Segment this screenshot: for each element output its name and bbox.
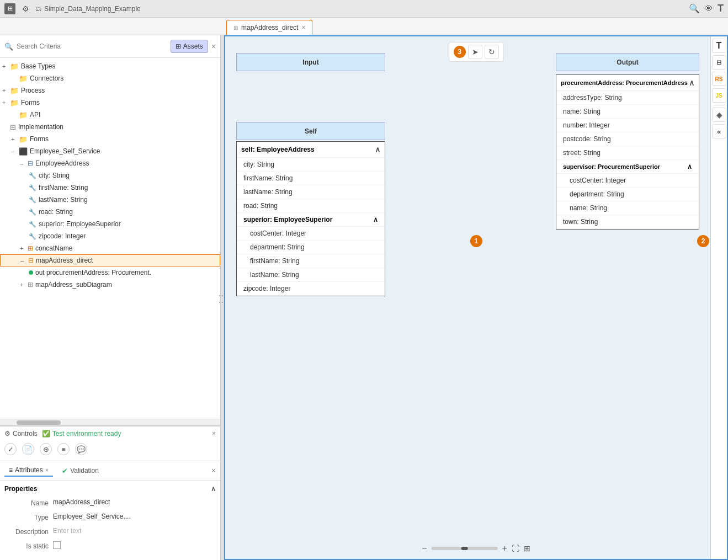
badge-3[interactable]: 3 xyxy=(454,46,466,58)
tab-icon: ⊞ xyxy=(233,25,238,31)
tree-item-city[interactable]: 🔧 city: String xyxy=(0,169,220,182)
tree-label-lastname: lastName: String xyxy=(39,196,88,204)
breadcrumb: 🗂 Simple_Data_Mapping_Example xyxy=(35,5,141,13)
tree-label-process: Process xyxy=(21,87,45,94)
app-icon[interactable]: ⊞ xyxy=(4,3,15,14)
tree-toggle-map-direct[interactable]: – xyxy=(20,257,27,264)
tree-item-out-procurement[interactable]: out procurementAddress: Procurement. xyxy=(0,266,220,279)
tab-validation[interactable]: ✔ Validation xyxy=(57,465,103,477)
output-field-town: town: String xyxy=(556,215,699,229)
canvas-bottom-scroll: − + ⛶ ⊞ xyxy=(422,543,530,553)
tab-map-address[interactable]: ⊞ mapAddress_direct × xyxy=(226,20,312,35)
tree-item-superior[interactable]: 🔧 superior: EmployeeSuperior xyxy=(0,218,220,230)
wrench-icon-zipcode: 🔧 xyxy=(29,233,36,240)
output-field-number: number: Integer xyxy=(556,119,699,132)
controls-label: Controls xyxy=(13,430,38,438)
tree-toggle-ess[interactable]: – xyxy=(11,148,18,154)
rt-plugin-btn[interactable]: ◈ xyxy=(712,108,726,122)
tree-toggle-map-sub[interactable]: + xyxy=(20,281,26,288)
prop-static-checkbox[interactable] xyxy=(53,541,61,549)
settings-icon[interactable]: ⚙ xyxy=(20,3,31,14)
self-sub-collapse-btn[interactable]: ∧ xyxy=(373,216,378,223)
output-sub-cost: costCenter: Integer xyxy=(556,174,699,188)
badge-1[interactable]: 1 xyxy=(470,235,482,247)
rt-js-btn[interactable]: JS xyxy=(712,88,726,103)
navigate-btn[interactable]: ➤ xyxy=(468,45,482,59)
self-collapse-btn[interactable]: ∧ xyxy=(375,145,380,154)
controls-icons-row: ✓ 📄 ⊕ ≡ 💬 xyxy=(4,441,216,457)
search-icon-top[interactable]: 🔍 xyxy=(689,3,700,14)
controls-close[interactable]: × xyxy=(212,430,216,438)
attr-tab-label: Attributes xyxy=(15,466,43,474)
assets-button[interactable]: ⊞ Assets xyxy=(171,40,208,53)
folder-icon-impl-forms: 📁 xyxy=(19,135,28,143)
tree-toggle-process[interactable]: + xyxy=(2,87,9,94)
tree-item-api[interactable]: ▶ 📁 API xyxy=(0,109,220,121)
properties-title[interactable]: Properties ∧ xyxy=(4,485,216,493)
rt-collapse-btn[interactable]: « xyxy=(712,124,726,138)
prop-desc-label: Description xyxy=(4,527,49,536)
tree-item-zipcode[interactable]: 🔧 zipcode: Integer xyxy=(0,230,220,242)
tab-close[interactable]: × xyxy=(301,24,305,31)
zoom-track[interactable] xyxy=(432,547,498,550)
wrench-icon-lastname: 🔧 xyxy=(29,196,36,204)
tree-toggle-ea[interactable]: – xyxy=(20,160,26,167)
zoom-thumb[interactable] xyxy=(461,547,468,550)
eye-icon-top[interactable]: 👁 xyxy=(704,4,713,14)
tree-item-impl-forms[interactable]: + 📁 Forms xyxy=(0,133,220,145)
ctrl-icon-check[interactable]: ✓ xyxy=(4,443,17,455)
output-sub-collapse-btn[interactable]: ∧ xyxy=(687,163,692,170)
rt-rs-btn[interactable]: RS xyxy=(712,72,726,86)
controls-icon: ⚙ xyxy=(4,430,10,438)
controls-panel: ⚙ Controls ✅ Test environment ready × ✓ … xyxy=(0,426,220,461)
output-sub-dept: department: String xyxy=(556,188,699,201)
tree-item-base-types[interactable]: + 📁 Base Types xyxy=(0,60,220,72)
tree-item-concat-name[interactable]: + ⊞ concatName xyxy=(0,242,220,254)
wrench-icon-city: 🔧 xyxy=(29,172,36,179)
tree-item-map-direct[interactable]: – ⊟ mapAddress_direct xyxy=(0,254,220,266)
badge-2[interactable]: 2 xyxy=(697,235,709,247)
output-collapse-btn[interactable]: ∧ xyxy=(689,78,694,87)
tree-item-lastname[interactable]: 🔧 lastName: String xyxy=(0,194,220,206)
tree-item-process[interactable]: + 📁 Process xyxy=(0,84,220,97)
canvas-area[interactable]: 3 ➤ ↻ Input Self self: EmployeeAddress ∧… xyxy=(224,35,728,560)
rt-text-btn[interactable]: T xyxy=(712,39,726,53)
tree-area[interactable]: + 📁 Base Types ▶ 📁 Connectors + 📁 Proces… xyxy=(0,58,220,419)
ctrl-icon-chat[interactable]: 💬 xyxy=(75,443,87,455)
tree-item-firstname[interactable]: 🔧 firstName: String xyxy=(0,182,220,194)
search-input[interactable] xyxy=(17,42,167,50)
refresh-btn[interactable]: ↻ xyxy=(485,45,499,59)
main-layout: 🔍 ⊞ Assets × + 📁 Base Types ▶ 📁 Connecto… xyxy=(0,35,728,560)
tree-item-connectors[interactable]: ▶ 📁 Connectors xyxy=(0,72,220,84)
tree-horizontal-scroll[interactable] xyxy=(0,419,220,425)
tree-hscroll-thumb[interactable] xyxy=(17,420,61,425)
ctrl-icon-list[interactable]: ≡ xyxy=(57,443,70,455)
tree-item-implementation[interactable]: – ⊞ Implementation xyxy=(0,121,220,133)
ctrl-icon-doc[interactable]: 📄 xyxy=(22,443,34,455)
tab-attributes[interactable]: ≡ Attributes × xyxy=(4,465,53,477)
zoom-out-btn[interactable]: − xyxy=(422,543,427,553)
tree-label-api: API xyxy=(30,111,40,119)
expand-btn[interactable]: ⛶ xyxy=(512,544,519,553)
tree-label-ess: Employee_Self_Service xyxy=(30,147,100,155)
attr-tab-close[interactable]: × xyxy=(45,467,49,473)
tree-item-employee-address[interactable]: – ⊟ EmployeeAddress xyxy=(0,157,220,169)
tree-toggle-impl-forms[interactable]: + xyxy=(11,136,18,142)
text-icon-top[interactable]: T xyxy=(718,3,724,14)
tree-item-employee-self-service[interactable]: – ⬛ Employee_Self_Service xyxy=(0,145,220,157)
ctrl-icon-layers[interactable]: ⊕ xyxy=(40,443,52,455)
search-close[interactable]: × xyxy=(211,42,216,51)
tree-toggle-forms-root[interactable]: + xyxy=(2,99,9,106)
tree-label-ea: EmployeeAddress xyxy=(35,159,89,167)
zoom-in-btn[interactable]: + xyxy=(502,543,507,553)
tree-item-forms-root[interactable]: + 📁 Forms xyxy=(0,97,220,109)
output-sub-name: name: String xyxy=(556,201,699,215)
tree-item-map-sub[interactable]: + ⊞ mapAddress_subDiagram xyxy=(0,279,220,291)
grid-btn[interactable]: ⊞ xyxy=(524,544,530,553)
tree-toggle-base-types[interactable]: + xyxy=(2,63,9,70)
tree-toggle-concat[interactable]: + xyxy=(20,245,26,252)
prop-desc-value[interactable]: Enter text xyxy=(53,527,216,535)
rt-component-btn[interactable]: ⊟ xyxy=(712,55,726,70)
attr-panel-close[interactable]: × xyxy=(211,466,216,475)
tree-item-road[interactable]: 🔧 road: String xyxy=(0,206,220,218)
